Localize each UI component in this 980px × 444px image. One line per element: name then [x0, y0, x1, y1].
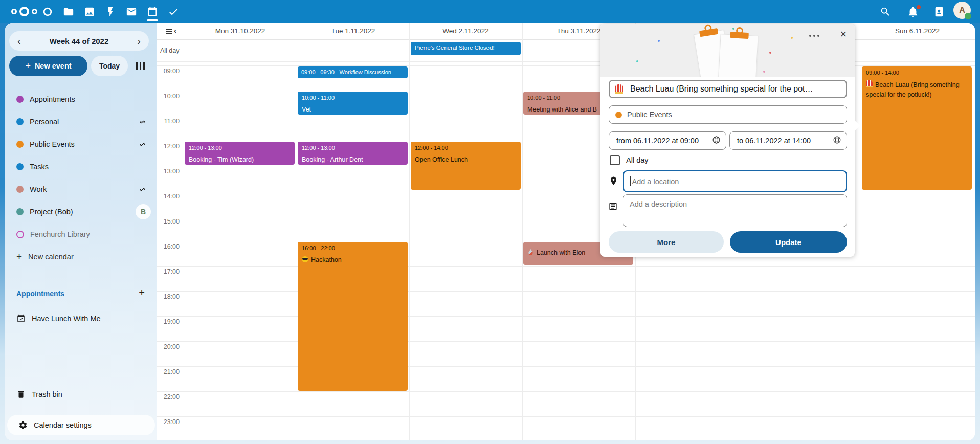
more-actions-icon[interactable]: [809, 34, 822, 38]
files-icon[interactable]: [63, 6, 74, 17]
plus-icon: +: [16, 251, 22, 262]
event-hackathon[interactable]: 16:00 - 22:00 Hackathon: [298, 242, 408, 391]
rocket-icon: [527, 249, 534, 255]
event-title-input[interactable]: Beach Luau (Bring something special for …: [609, 80, 847, 98]
chevron-right-icon[interactable]: ›: [137, 36, 141, 46]
contacts-icon[interactable]: [933, 6, 945, 17]
notification-badge: [917, 5, 921, 9]
hour-label: 20:00: [157, 343, 180, 350]
new-event-label: New event: [35, 62, 72, 70]
share-link-icon[interactable]: [138, 185, 147, 194]
all-day-event[interactable]: Pierre's General Store Closed!: [411, 42, 521, 55]
day-header: Sun 6.11.2022: [861, 27, 974, 35]
new-event-button[interactable]: + New event: [9, 56, 87, 76]
beach-umbrella-icon: [866, 80, 873, 87]
sidebar-calendar-project-bob[interactable]: Project (Bob) B: [5, 204, 157, 220]
close-icon[interactable]: ×: [837, 28, 850, 41]
all-day-checkbox[interactable]: All day: [610, 155, 649, 165]
sidebar-calendar-public-events[interactable]: Public Events: [5, 136, 157, 152]
update-button[interactable]: Update: [730, 231, 847, 253]
sidebar-calendar-tasks[interactable]: Tasks: [5, 159, 157, 175]
share-link-icon[interactable]: [138, 118, 147, 126]
hour-label: 11:00: [157, 118, 180, 125]
add-appointment-icon[interactable]: +: [139, 287, 145, 299]
globe-icon[interactable]: [712, 136, 721, 146]
event-vet[interactable]: 10:00 - 11:00 Vet: [298, 92, 408, 115]
trash-bin-button[interactable]: Trash bin: [5, 385, 157, 404]
hour-label: 09:00: [157, 68, 180, 75]
nextcloud-calendar-app: A ‹ Week 44 of 2022 › + New event Today …: [0, 0, 980, 444]
calendar-active-indicator: [147, 19, 158, 21]
event-editor-popup: × Beach Luau (Bring something special fo…: [600, 24, 855, 257]
hour-label: 17:00: [157, 268, 180, 275]
nextcloud-logo-icon[interactable]: [11, 7, 38, 17]
activity-icon[interactable]: [105, 6, 116, 17]
calendar-picker[interactable]: Public Events: [609, 105, 847, 124]
start-datetime-field[interactable]: from 06.11.2022 at 09:00: [609, 131, 726, 150]
calendar-color-dot: [16, 163, 24, 170]
hour-label: 15:00: [157, 218, 180, 225]
calendar-color-ring: [16, 231, 24, 238]
appointments-section-heading: Appointments: [16, 290, 64, 298]
calendar-check-icon: [16, 314, 26, 323]
sidebar-calendar-fenchurch-library[interactable]: Fenchurch Library: [5, 226, 157, 242]
sidebar-calendar-work[interactable]: Work: [5, 181, 157, 197]
circle-app-icon[interactable]: [42, 6, 53, 17]
calendar-icon[interactable]: [147, 6, 158, 17]
event-booking-arthur-dent[interactable]: 12:00 - 13:00 Booking - Arthur Dent: [298, 142, 408, 165]
event-illustration: [600, 24, 855, 77]
top-bar: A: [0, 0, 980, 23]
event-beach-luau[interactable]: 09:00 - 14:00 Beach Luau (Bring somethin…: [862, 66, 972, 190]
hour-label: 10:00: [157, 93, 180, 100]
week-navigation: ‹ Week 44 of 2022 ›: [9, 31, 149, 51]
day-header: Wed 2.11.2022: [409, 27, 522, 35]
globe-icon[interactable]: [833, 136, 841, 146]
day-header: Tue 1.11.2022: [297, 27, 410, 35]
sidebar-calendar-personal[interactable]: Personal: [5, 114, 157, 130]
appointment-item[interactable]: Have Lunch With Me: [5, 309, 157, 328]
location-input[interactable]: Add a location: [623, 170, 847, 192]
hour-label: 13:00: [157, 168, 180, 175]
event-title-value: Beach Luau (Bring something special for …: [630, 84, 813, 94]
hour-label: 14:00: [157, 193, 180, 200]
hour-label: 18:00: [157, 293, 180, 300]
calendar-color-dot: [16, 208, 24, 215]
new-calendar-button[interactable]: + New calendar: [5, 249, 157, 265]
calendar-color-dot: [16, 141, 24, 148]
mail-icon[interactable]: [126, 6, 137, 17]
week-view-columns-icon[interactable]: [136, 62, 145, 70]
beach-umbrella-icon: [615, 84, 623, 94]
collapse-weekends-icon[interactable]: [166, 29, 172, 34]
text-caret: [630, 176, 631, 186]
avatar-letter: A: [959, 6, 965, 15]
sidebar: ‹ Week 44 of 2022 › + New event Today Ap…: [5, 23, 157, 440]
hour-label: 16:00: [157, 243, 180, 250]
more-button[interactable]: More: [609, 231, 724, 253]
end-datetime-field[interactable]: to 06.11.2022 at 14:00: [729, 131, 847, 150]
hour-label: 21:00: [157, 368, 180, 375]
calendar-settings-button[interactable]: Calendar settings: [7, 415, 155, 435]
event-open-office-lunch[interactable]: 12:00 - 14:00 Open Office Lunch: [411, 142, 521, 190]
week-label: Week 44 of 2022: [50, 37, 109, 46]
hour-label: 12:00: [157, 143, 180, 150]
hour-label: 19:00: [157, 318, 180, 325]
photos-icon[interactable]: [84, 6, 95, 17]
description-input[interactable]: Add a description: [623, 194, 847, 227]
share-link-icon[interactable]: [138, 140, 147, 149]
all-day-label: All day: [160, 47, 180, 54]
event-workflow-discussion[interactable]: 09:00 - 09:30 - Workflow Discussion: [298, 66, 408, 78]
calendar-color-dot: [16, 96, 24, 103]
trash-icon: [16, 390, 26, 399]
chevron-left-icon[interactable]: ‹: [17, 36, 21, 46]
sidebar-calendar-appointments[interactable]: Appointments: [5, 91, 157, 107]
today-button[interactable]: Today: [91, 56, 128, 76]
search-icon[interactable]: [880, 6, 891, 17]
plus-icon: +: [25, 61, 31, 72]
tasks-icon[interactable]: [168, 6, 179, 17]
description-icon: [608, 202, 618, 212]
calendar-color-dot: [16, 186, 24, 193]
day-header: Mon 31.10.2022: [184, 27, 297, 35]
hour-label: 23:00: [157, 418, 180, 426]
event-booking-tim[interactable]: 12:00 - 13:00 Booking - Tim (Wizard): [185, 142, 295, 165]
calendar-color-dot: [16, 118, 24, 125]
